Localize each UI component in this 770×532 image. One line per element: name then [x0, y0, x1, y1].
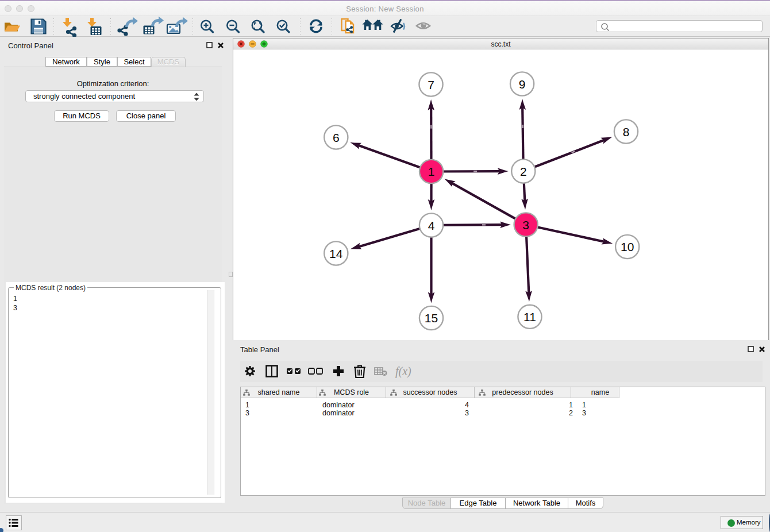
svg-text:f(x): f(x) — [395, 365, 411, 378]
svg-text:11: 11 — [523, 310, 536, 323]
svg-text:14: 14 — [329, 247, 343, 260]
svg-text:15: 15 — [425, 311, 438, 325]
svg-text:1: 1 — [428, 165, 435, 178]
svg-text:2: 2 — [520, 165, 527, 178]
svg-text:4: 4 — [428, 219, 435, 232]
svg-text:10: 10 — [621, 240, 634, 253]
svg-text:9: 9 — [519, 78, 526, 91]
svg-text:7: 7 — [428, 78, 434, 91]
svg-text:6: 6 — [333, 131, 340, 144]
svg-text:8: 8 — [623, 125, 630, 138]
svg-text:3: 3 — [522, 218, 529, 232]
